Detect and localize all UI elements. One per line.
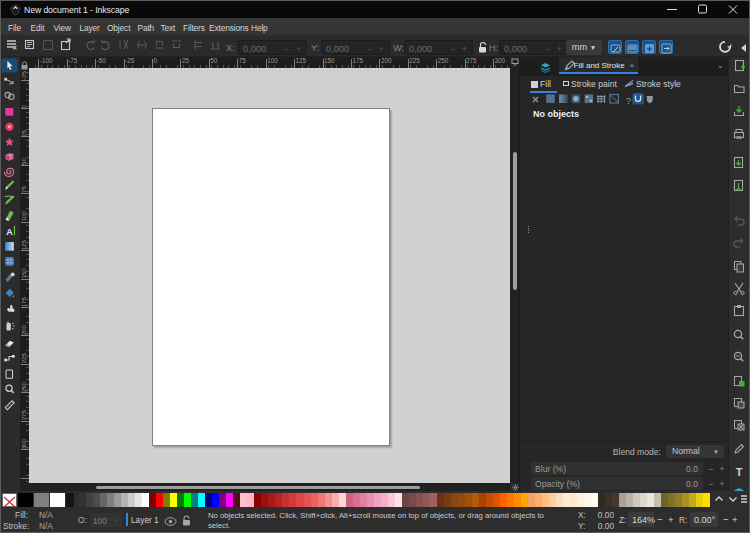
svg-text:?: ?	[626, 96, 631, 106]
svg-text:A: A	[6, 227, 13, 237]
svg-text:T: T	[736, 466, 743, 478]
